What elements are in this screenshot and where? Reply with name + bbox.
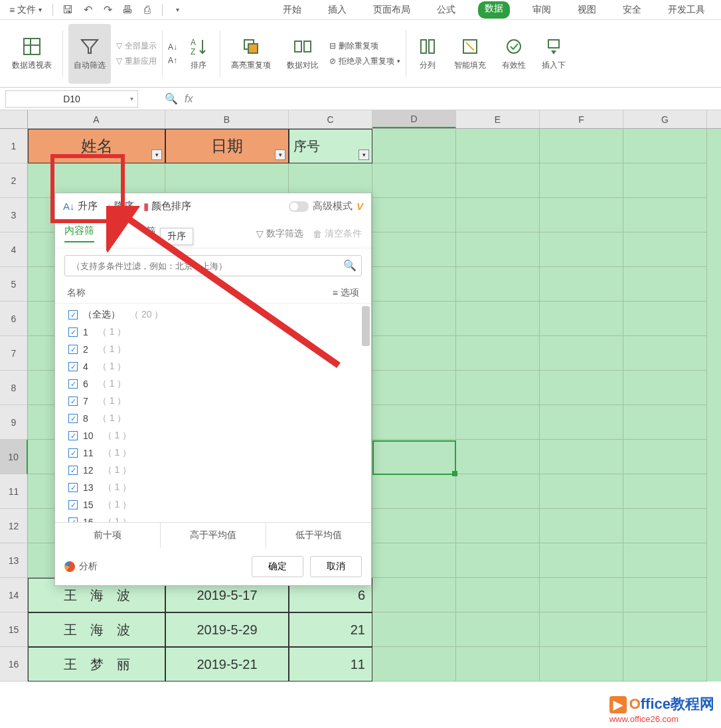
- checkbox-icon[interactable]: ✓: [68, 483, 78, 492]
- filter-dropdown-icon[interactable]: ▾: [359, 149, 369, 160]
- filter-item[interactable]: ✓10（ 1 ）: [68, 427, 358, 444]
- chevron-down-icon[interactable]: ▾: [130, 95, 133, 102]
- save-icon[interactable]: 🖫: [60, 2, 76, 18]
- sort-ascending-button[interactable]: A↓ 升序: [63, 200, 98, 213]
- tab-review[interactable]: 审阅: [528, 1, 555, 19]
- cell[interactable]: [623, 440, 707, 474]
- cell[interactable]: [372, 371, 456, 405]
- search-icon[interactable]: 🔍: [165, 92, 178, 105]
- cell[interactable]: [623, 198, 707, 232]
- pivot-button[interactable]: 数据透视表: [7, 24, 57, 84]
- print-icon[interactable]: 🖶: [120, 2, 135, 18]
- autofilter-button[interactable]: 自动筛选: [68, 24, 111, 84]
- col-header-D[interactable]: D: [372, 110, 456, 128]
- cell[interactable]: [456, 302, 540, 336]
- checkbox-icon[interactable]: ✓: [68, 310, 78, 319]
- checkbox-icon[interactable]: ✓: [68, 431, 78, 440]
- filter-item[interactable]: ✓6（ 1 ）: [68, 375, 358, 393]
- data-compare-button[interactable]: 数据对比: [281, 24, 324, 84]
- cell[interactable]: [623, 405, 707, 440]
- row-header[interactable]: 7: [0, 336, 28, 371]
- cell[interactable]: [372, 509, 456, 543]
- cell[interactable]: [623, 232, 707, 267]
- cell[interactable]: [372, 232, 456, 267]
- fx-icon[interactable]: fx: [185, 93, 193, 105]
- cell[interactable]: [623, 336, 707, 371]
- cell[interactable]: [540, 612, 623, 647]
- content-filter-tab[interactable]: 内容筛: [64, 225, 94, 242]
- tab-layout[interactable]: 页面布局: [369, 1, 414, 19]
- checkbox-icon[interactable]: ✓: [68, 327, 78, 337]
- cell-B16[interactable]: 2019-5-21: [165, 647, 289, 682]
- cell-B15[interactable]: 2019-5-29: [165, 612, 289, 647]
- flash-fill-button[interactable]: 智能填充: [449, 24, 491, 84]
- cell[interactable]: [456, 647, 540, 682]
- row-header[interactable]: 10: [0, 440, 28, 474]
- formula-input[interactable]: [199, 90, 721, 108]
- row-header[interactable]: 16: [0, 647, 28, 682]
- sort-desc-mini[interactable]: A↑: [168, 56, 177, 65]
- sort-button[interactable]: AZ 排序: [183, 24, 214, 84]
- cell[interactable]: [623, 302, 707, 336]
- tab-security[interactable]: 安全: [619, 1, 645, 19]
- row-header[interactable]: 6: [0, 302, 28, 336]
- cell-G1[interactable]: [623, 129, 707, 163]
- select-all-corner[interactable]: [0, 110, 28, 128]
- validation-button[interactable]: 有效性: [497, 24, 531, 84]
- tab-insert[interactable]: 插入: [324, 1, 351, 19]
- col-header-A[interactable]: A: [28, 110, 165, 128]
- row-header[interactable]: 12: [0, 509, 28, 543]
- filter-item[interactable]: ✓12（ 1 ）: [68, 462, 358, 479]
- cell[interactable]: [372, 405, 456, 440]
- cell[interactable]: [540, 163, 623, 198]
- cell[interactable]: [456, 405, 540, 440]
- cell[interactable]: [456, 509, 540, 543]
- tab-dev[interactable]: 开发工具: [664, 1, 709, 19]
- cell[interactable]: [540, 474, 623, 509]
- cell[interactable]: [456, 543, 540, 578]
- cell[interactable]: [456, 232, 540, 267]
- row-header[interactable]: 2: [0, 163, 28, 198]
- row-header[interactable]: 1: [0, 129, 28, 163]
- row-header[interactable]: 4: [0, 232, 28, 267]
- cell[interactable]: [456, 612, 540, 647]
- file-menu[interactable]: ≡ 文件 ▾: [5, 3, 46, 17]
- cell[interactable]: [540, 336, 623, 371]
- cell[interactable]: [623, 267, 707, 302]
- cell[interactable]: [623, 163, 707, 198]
- checkbox-icon[interactable]: ✓: [68, 448, 78, 458]
- checkbox-icon[interactable]: ✓: [68, 500, 78, 509]
- cell[interactable]: [372, 612, 456, 647]
- sort-asc-mini[interactable]: A↓: [168, 43, 177, 52]
- ok-button[interactable]: 确定: [252, 556, 303, 577]
- cell[interactable]: [456, 163, 540, 198]
- cell[interactable]: [540, 647, 623, 682]
- col-header-E[interactable]: E: [456, 110, 540, 128]
- cell[interactable]: [456, 336, 540, 371]
- cell[interactable]: [540, 509, 623, 543]
- analyze-button[interactable]: 分析: [64, 561, 98, 573]
- highlight-dup-button[interactable]: 高亮重复项: [226, 24, 276, 84]
- cell[interactable]: [372, 302, 456, 336]
- qat-dropdown-icon[interactable]: ▾: [169, 2, 185, 18]
- reject-dup-button[interactable]: ⊘ 拒绝录入重复项 ▾: [329, 56, 400, 67]
- cell[interactable]: [540, 267, 623, 302]
- col-header-B[interactable]: B: [165, 110, 289, 128]
- filter-item[interactable]: ✓13（ 1 ）: [68, 479, 358, 496]
- cell-A16[interactable]: 王 梦 丽: [28, 647, 165, 682]
- cell[interactable]: [540, 405, 623, 440]
- tab-home[interactable]: 开始: [279, 1, 305, 19]
- insert-dropdown-button[interactable]: 插入下: [536, 24, 571, 84]
- filter-item[interactable]: ✓16（ 1 ）: [68, 513, 358, 522]
- filter-dropdown-icon[interactable]: ▾: [275, 149, 285, 160]
- name-box[interactable]: D10 ▾: [5, 90, 138, 108]
- row-header[interactable]: 8: [0, 371, 28, 405]
- cell-C15[interactable]: 21: [289, 612, 372, 647]
- cell[interactable]: [456, 440, 540, 474]
- filter-item[interactable]: ✓7（ 1 ）: [68, 393, 358, 410]
- remove-dup-button[interactable]: ⊟ 删除重复项: [329, 41, 400, 52]
- checkbox-icon[interactable]: ✓: [68, 362, 78, 371]
- checkbox-icon[interactable]: ✓: [68, 517, 78, 522]
- checkbox-icon[interactable]: ✓: [68, 379, 78, 389]
- cell[interactable]: [623, 578, 707, 612]
